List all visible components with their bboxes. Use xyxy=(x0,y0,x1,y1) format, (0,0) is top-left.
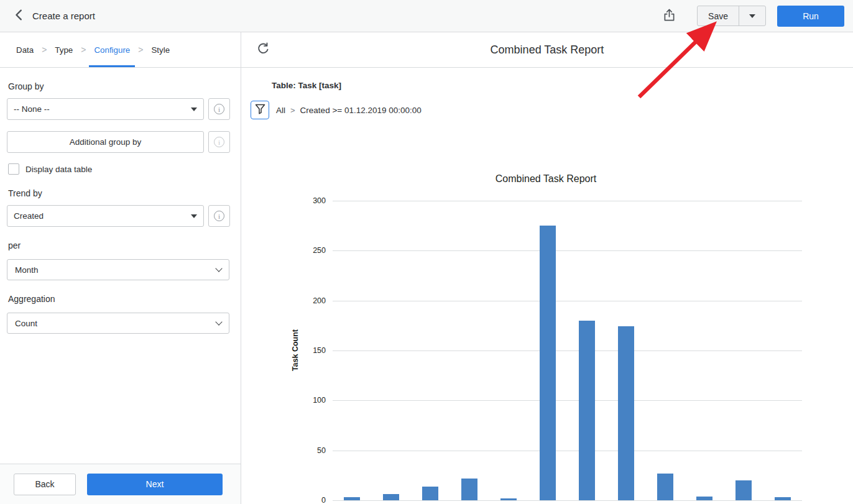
bar-dec-2020[interactable] xyxy=(618,326,634,500)
chevron-down-icon xyxy=(215,265,222,272)
preview-body: Table: Task [task] All > Created >= 01.1… xyxy=(241,68,853,119)
next-step-button[interactable]: Next xyxy=(87,474,223,495)
share-export-icon xyxy=(663,8,675,24)
trend-by-dropdown[interactable]: Created xyxy=(7,205,204,227)
trend-by-label: Trend by xyxy=(8,188,234,198)
configure-form: Group by -- None -- i Additional group b… xyxy=(0,81,241,334)
gridline xyxy=(333,400,802,401)
aggregation-value: Count xyxy=(15,319,37,328)
y-tick-label: 50 xyxy=(317,446,326,455)
topbar: Create a report Save Run xyxy=(0,0,853,32)
bar-june-2020[interactable] xyxy=(422,487,438,500)
aggregation-select[interactable]: Count xyxy=(7,313,229,334)
caret-down-icon xyxy=(749,14,755,18)
chevron-right-icon: > xyxy=(42,45,47,55)
filter-breadcrumb: All > Created >= 01.12.2019 00:00:00 xyxy=(251,101,853,119)
bar-sep-2020[interactable] xyxy=(540,226,556,500)
per-label: per xyxy=(8,241,234,250)
aggregation-label: Aggregation xyxy=(8,294,234,304)
chevron-right-icon: > xyxy=(138,45,143,55)
back-step-button[interactable]: Back xyxy=(14,474,76,495)
bar-aug-2021[interactable] xyxy=(735,480,752,500)
bar-jan-2020[interactable] xyxy=(344,497,360,500)
refresh-button[interactable] xyxy=(252,39,274,60)
preview-header: Combined Task Report xyxy=(241,32,853,68)
tab-style[interactable]: Style xyxy=(146,32,175,67)
save-button[interactable]: Save xyxy=(698,6,739,25)
display-data-table-label: Display data table xyxy=(25,165,92,174)
y-axis-title-wrap: Task Count xyxy=(291,201,300,500)
report-preview-pane: Combined Task Report Table: Task [task] … xyxy=(241,32,853,504)
display-data-table-checkbox[interactable] xyxy=(8,163,19,175)
bar-feb-2022[interactable] xyxy=(775,497,791,500)
report-title: Combined Task Report xyxy=(241,44,853,57)
bar-apr-2021[interactable] xyxy=(696,497,712,500)
per-select[interactable]: Month xyxy=(7,259,229,280)
gridline xyxy=(333,451,802,451)
gridline xyxy=(333,301,802,301)
chevron-left-icon xyxy=(12,8,26,24)
additional-group-by-button[interactable]: Additional group by xyxy=(7,131,204,153)
gridline xyxy=(333,351,802,351)
trend-by-info-button[interactable]: i xyxy=(208,205,230,227)
gridline xyxy=(333,500,802,501)
y-tick-label: 300 xyxy=(313,196,326,205)
tab-configure[interactable]: Configure xyxy=(89,32,135,67)
run-button[interactable]: Run xyxy=(777,6,844,27)
y-tick-label: 150 xyxy=(313,346,326,355)
tab-data[interactable]: Data xyxy=(11,32,39,67)
trend-by-value: Created xyxy=(7,211,185,221)
save-split-button: Save xyxy=(697,6,766,26)
chevron-down-icon xyxy=(215,318,222,325)
y-tick-label: 250 xyxy=(313,246,326,255)
y-axis-title: Task Count xyxy=(291,329,300,371)
gridline xyxy=(333,250,802,251)
bar-nov-2020[interactable] xyxy=(579,321,595,500)
group-by-info-button[interactable]: i xyxy=(208,98,230,120)
y-tick-label: 200 xyxy=(313,296,326,305)
bar-mar-2021[interactable] xyxy=(657,474,673,500)
additional-group-by-info-button[interactable]: i xyxy=(208,131,230,153)
info-icon: i xyxy=(214,137,224,147)
filter-condition-link[interactable]: Created >= 01.12.2019 00:00:00 xyxy=(300,106,422,115)
wizard-footer: Back Next xyxy=(0,464,241,504)
tab-type[interactable]: Type xyxy=(50,32,78,67)
chevron-right-icon: > xyxy=(81,45,86,55)
back-navigation-button[interactable] xyxy=(9,5,30,27)
bar-aug-2020[interactable] xyxy=(500,498,517,500)
filter-button[interactable] xyxy=(251,101,269,119)
bar-mar-2020[interactable] xyxy=(383,494,399,500)
group-by-value: -- None -- xyxy=(7,104,185,114)
funnel-icon xyxy=(255,104,265,116)
refresh-icon xyxy=(256,42,270,58)
group-by-dropdown[interactable]: -- None -- xyxy=(7,98,204,120)
filter-root-link[interactable]: All xyxy=(276,106,285,115)
source-table-label: Table: Task [task] xyxy=(272,81,853,90)
y-tick-label: 100 xyxy=(313,396,326,405)
save-options-button[interactable] xyxy=(739,6,765,25)
group-by-label: Group by xyxy=(8,81,234,91)
per-value: Month xyxy=(15,265,39,275)
chart-title: Combined Task Report xyxy=(290,173,802,185)
bar-chart-plot: 050100150200250300Jan/2020Mar/2020June/2… xyxy=(333,201,802,500)
info-icon: i xyxy=(214,104,224,114)
page-title: Create a report xyxy=(32,11,95,21)
y-tick-label: 0 xyxy=(321,496,326,504)
caret-down-icon xyxy=(185,206,203,226)
bar-july-2020[interactable] xyxy=(461,479,477,500)
share-button[interactable] xyxy=(658,6,680,27)
filter-separator: > xyxy=(290,106,295,115)
info-icon: i xyxy=(214,211,224,221)
wizard-steps: Data > Type > Configure > Style xyxy=(0,32,241,68)
caret-down-icon xyxy=(185,99,203,119)
gridline xyxy=(333,201,802,201)
config-sidebar: Data > Type > Configure > Style Group by… xyxy=(0,32,241,504)
